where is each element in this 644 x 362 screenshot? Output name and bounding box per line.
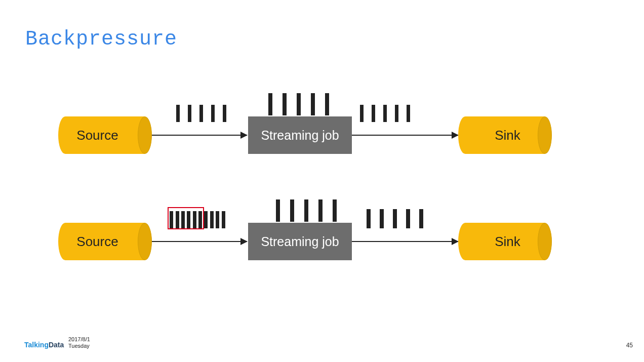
slide: Backpressure Source Streaming job Sink [0,0,644,362]
event-tick-icon [367,209,371,228]
events-ticks-center [263,93,334,115]
event-tick-icon [176,211,179,228]
event-tick-icon [210,211,214,228]
source-label: Source [58,234,152,250]
event-tick-icon [170,211,173,228]
logo-part-a: Talking [24,341,49,349]
event-tick-icon [268,93,272,115]
event-tick-icon [372,105,375,122]
sink-label: Sink [458,128,552,143]
event-tick-icon [407,105,410,122]
event-tick-icon [199,105,203,122]
arrow-icon [152,135,247,136]
diagram-area: Source Streaming job Sink Source [58,78,552,281]
footer-logo: TalkingData [24,341,64,349]
source-cylinder: Source [58,223,152,260]
event-tick-icon [181,211,185,228]
event-tick-icon [380,209,384,228]
event-tick-icon [318,199,323,222]
event-tick-icon [383,105,387,122]
sink-cylinder: Sink [458,116,552,154]
arrow-icon [352,135,458,136]
sink-label: Sink [458,234,552,250]
event-tick-icon [406,209,410,228]
pipeline-row-backpressure: Source Streaming job Sink [58,185,552,281]
event-tick-icon [419,209,423,228]
source-cylinder: Source [58,116,152,154]
event-tick-icon [204,211,208,228]
page-number: 45 [626,342,633,349]
streaming-job-box: Streaming job [248,223,352,260]
event-tick-icon [297,93,301,115]
event-tick-icon [193,211,196,228]
events-ticks-right [356,105,414,122]
event-tick-icon [311,93,315,115]
footer-date: 2017/8/1 Tuesday [68,336,90,350]
event-tick-icon [283,93,287,115]
streaming-job-box: Streaming job [248,116,352,154]
event-tick-icon [216,211,219,228]
footer-date-value: 2017/8/1 [68,336,90,343]
arrow-icon [352,241,458,242]
event-tick-icon [290,199,294,222]
arrow-icon [152,241,247,242]
event-tick-icon [176,105,180,122]
events-ticks-right [362,209,428,228]
events-ticks-left-congested [169,211,226,228]
event-tick-icon [222,211,225,228]
event-tick-icon [304,199,308,222]
events-ticks-center [271,199,342,222]
pipeline-row-normal: Source Streaming job Sink [58,78,552,175]
footer-day-value: Tuesday [68,343,90,350]
event-tick-icon [325,93,329,115]
events-ticks-left [172,105,230,122]
event-tick-icon [211,105,215,122]
sink-cylinder: Sink [458,223,552,260]
event-tick-icon [187,211,190,228]
event-tick-icon [393,209,397,228]
event-tick-icon [395,105,398,122]
slide-title: Backpressure [25,28,177,51]
event-tick-icon [276,199,280,222]
source-label: Source [58,128,152,143]
event-tick-icon [223,105,226,122]
event-tick-icon [188,105,191,122]
event-tick-icon [333,199,337,222]
logo-part-b: Data [49,341,64,349]
event-tick-icon [198,211,202,228]
event-tick-icon [360,105,364,122]
